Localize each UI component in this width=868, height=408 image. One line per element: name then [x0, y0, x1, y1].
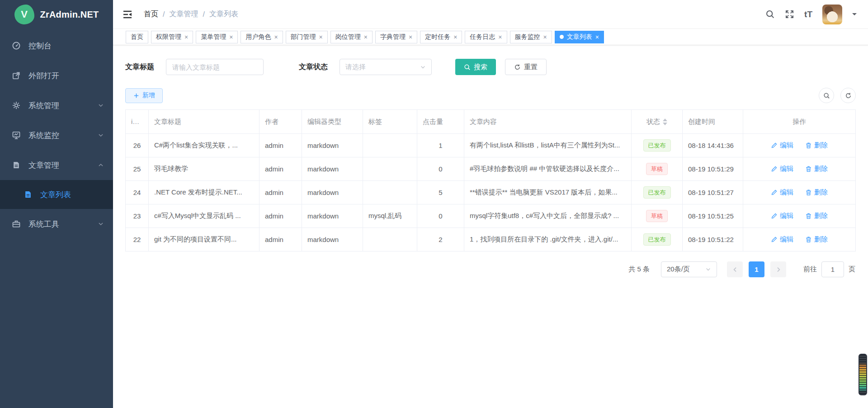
close-icon[interactable]: × — [319, 34, 323, 40]
sidebar-item-system-mgmt[interactable]: 系统管理 — [0, 90, 113, 120]
pencil-icon — [771, 189, 778, 196]
close-icon[interactable]: × — [184, 34, 188, 40]
add-button[interactable]: 新增 — [125, 88, 163, 103]
tab-post-mgmt[interactable]: 岗位管理× — [330, 31, 373, 43]
search-button[interactable]: 搜索 — [455, 59, 496, 75]
close-icon[interactable]: × — [543, 34, 547, 40]
tab-user-role[interactable]: 用户角色× — [241, 31, 283, 43]
sidebar-collapse-icon[interactable] — [122, 9, 133, 20]
reset-button[interactable]: 重置 — [505, 59, 547, 75]
scrollbar-widget[interactable] — [859, 354, 867, 395]
show-search-button[interactable] — [819, 88, 834, 103]
sort-icon[interactable] — [139, 119, 144, 126]
cell-actions: 编辑 删除 — [743, 134, 856, 157]
cell-author: admin — [259, 228, 302, 251]
tab-home[interactable]: 首页 — [126, 31, 148, 43]
fullscreen-icon[interactable] — [785, 9, 794, 19]
sidebar-item-system-tools[interactable]: 系统工具 — [0, 209, 113, 239]
search-form: 文章标题 文章状态 请选择 搜索 重置 — [125, 59, 856, 75]
close-icon[interactable]: × — [498, 34, 502, 40]
article-status-select[interactable]: 请选择 — [340, 59, 432, 75]
delete-button[interactable]: 删除 — [805, 212, 828, 220]
cell-author: admin — [259, 204, 302, 228]
sidebar-item-system-monitor[interactable]: 系统监控 — [0, 120, 113, 150]
plus-icon — [133, 92, 140, 99]
sidebar-item-dashboard[interactable]: 控制台 — [0, 31, 113, 61]
delete-button[interactable]: 删除 — [805, 235, 828, 244]
breadcrumb-home[interactable]: 首页 — [144, 9, 158, 19]
cell-editor: markdown — [302, 228, 363, 251]
tab-job-log[interactable]: 任务日志× — [465, 31, 507, 43]
gear-icon — [12, 101, 21, 110]
tab-cron-job[interactable]: 定时任务× — [420, 31, 462, 43]
cell-author: admin — [259, 157, 302, 181]
pagination: 共 5 条 20条/页 1 前往 页 — [125, 261, 855, 277]
cell-id: 26 — [126, 134, 149, 157]
refresh-table-button[interactable] — [840, 88, 856, 103]
delete-button[interactable]: 删除 — [805, 141, 828, 150]
sidebar-item-label: 文章列表 — [40, 190, 71, 200]
cell-status: 草稿 — [632, 157, 683, 181]
tab-dict-mgmt[interactable]: 字典管理× — [375, 31, 417, 43]
edit-button[interactable]: 编辑 — [771, 141, 793, 150]
tab-permission[interactable]: 权限管理× — [151, 31, 193, 43]
app-logo[interactable]: V ZrAdmin.NET — [0, 0, 113, 29]
toolbox-icon — [12, 219, 21, 228]
close-icon[interactable]: × — [274, 34, 278, 40]
user-avatar[interactable] — [822, 5, 842, 24]
cell-created: 08-19 10:51:22 — [683, 228, 743, 251]
delete-button[interactable]: 删除 — [805, 165, 828, 173]
cell-content: **错误提示** 当电脑更新 VS2017 版本后，如果... — [464, 181, 632, 204]
page-content: 文章标题 文章状态 请选择 搜索 重置 新增 — [113, 45, 868, 408]
tab-menu-mgmt[interactable]: 菜单管理× — [196, 31, 238, 43]
tab-article-list[interactable]: 文章列表× — [555, 31, 604, 43]
edit-button[interactable]: 编辑 — [771, 212, 793, 220]
search-icon[interactable] — [765, 9, 775, 19]
chevron-right-icon — [775, 266, 782, 273]
trash-icon — [805, 142, 812, 149]
close-icon[interactable]: × — [409, 34, 412, 40]
cell-status: 已发布 — [632, 134, 683, 157]
sidebar-item-external-open[interactable]: 外部打开 — [0, 61, 113, 90]
sort-icon[interactable] — [663, 119, 667, 125]
sidebar-item-label: 系统监控 — [28, 130, 59, 141]
cell-author: admin — [259, 181, 302, 204]
close-icon[interactable]: × — [595, 34, 599, 40]
goto-page-input[interactable] — [821, 261, 844, 277]
delete-button[interactable]: 删除 — [805, 188, 828, 197]
tab-service-monitor[interactable]: 服务监控× — [510, 31, 552, 43]
edit-button[interactable]: 编辑 — [771, 188, 793, 197]
cell-hits: 2 — [417, 228, 464, 251]
col-tags: 标签 — [363, 110, 417, 134]
page-size-select[interactable]: 20条/页 — [661, 261, 717, 277]
edit-button[interactable]: 编辑 — [771, 235, 793, 244]
col-id[interactable]: id — [126, 110, 149, 134]
pencil-icon — [771, 166, 778, 172]
caret-down-icon[interactable] — [852, 13, 857, 18]
cell-content: 1，找到项目所在目录下的 .git/文件夹，进入.git/... — [464, 228, 632, 251]
col-content: 文章内容 — [464, 110, 632, 134]
tab-dept-mgmt[interactable]: 部门管理× — [286, 31, 328, 43]
sidebar-item-article-list[interactable]: 文章列表 — [0, 180, 113, 209]
cell-editor: markdown — [302, 204, 363, 228]
cell-id: 24 — [126, 181, 149, 204]
close-icon[interactable]: × — [364, 34, 368, 40]
page-number-button[interactable]: 1 — [749, 261, 764, 277]
edit-button[interactable]: 编辑 — [771, 165, 793, 173]
close-icon[interactable]: × — [453, 34, 457, 40]
prev-page-button[interactable] — [727, 261, 743, 277]
monitor-icon — [12, 131, 21, 140]
toolbar-right-actions — [819, 88, 856, 103]
breadcrumb-current: 文章列表 — [209, 9, 238, 19]
close-icon[interactable]: × — [229, 34, 233, 40]
article-title-input[interactable] — [166, 59, 264, 75]
next-page-button[interactable] — [770, 261, 786, 277]
sidebar-item-article-mgmt[interactable]: 文章管理 — [0, 150, 113, 180]
status-badge: 草稿 — [646, 210, 668, 222]
col-status[interactable]: 状态 — [632, 110, 683, 134]
font-size-icon[interactable]: tT — [804, 10, 812, 19]
cell-hits: 5 — [417, 181, 464, 204]
table-row: 25 羽毛球教学 admin markdown 0 #羽毛球拍参数说明 ## 中… — [126, 157, 856, 181]
breadcrumb-section[interactable]: 文章管理 — [169, 9, 198, 19]
cell-author: admin — [259, 134, 302, 157]
